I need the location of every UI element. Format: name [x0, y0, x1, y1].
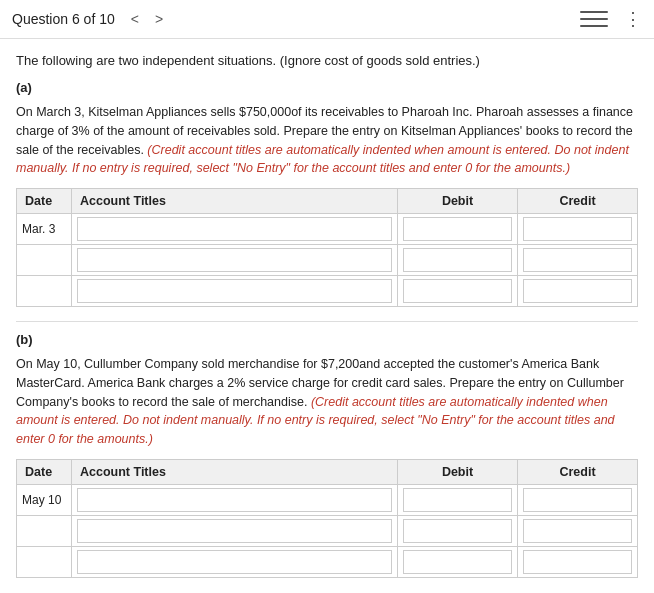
- account-input-b3[interactable]: [77, 550, 392, 574]
- table-row: Mar. 3: [17, 214, 638, 245]
- account-cell-b1[interactable]: [72, 484, 398, 515]
- col-header-date-a: Date: [17, 189, 72, 214]
- section-divider: [16, 321, 638, 322]
- part-a-label: (a): [16, 80, 638, 95]
- credit-cell-a3[interactable]: [518, 276, 638, 307]
- account-input-a3[interactable]: [77, 279, 392, 303]
- table-row: [17, 245, 638, 276]
- account-input-b2[interactable]: [77, 519, 392, 543]
- credit-input-b2[interactable]: [523, 519, 632, 543]
- debit-cell-b1[interactable]: [398, 484, 518, 515]
- table-row: [17, 276, 638, 307]
- debit-cell-b3[interactable]: [398, 546, 518, 577]
- col-header-account-b: Account Titles: [72, 459, 398, 484]
- part-b-label: (b): [16, 332, 638, 347]
- account-cell-a1[interactable]: [72, 214, 398, 245]
- credit-cell-a2[interactable]: [518, 245, 638, 276]
- col-header-credit-b: Credit: [518, 459, 638, 484]
- debit-cell-b2[interactable]: [398, 515, 518, 546]
- col-header-date-b: Date: [17, 459, 72, 484]
- credit-input-b1[interactable]: [523, 488, 632, 512]
- intro-text: The following are two independent situat…: [16, 53, 638, 68]
- main-content: The following are two independent situat…: [0, 39, 654, 593]
- part-a-description: On March 3, Kitselman Appliances sells $…: [16, 103, 638, 178]
- date-cell-a2: [17, 245, 72, 276]
- account-cell-a3[interactable]: [72, 276, 398, 307]
- account-cell-b3[interactable]: [72, 546, 398, 577]
- account-input-a1[interactable]: [77, 217, 392, 241]
- question-label: Question 6 of 10: [12, 11, 115, 27]
- date-cell-b1: May 10: [17, 484, 72, 515]
- credit-input-a3[interactable]: [523, 279, 632, 303]
- credit-input-b3[interactable]: [523, 550, 632, 574]
- account-input-a2[interactable]: [77, 248, 392, 272]
- debit-input-b2[interactable]: [403, 519, 512, 543]
- debit-cell-a3[interactable]: [398, 276, 518, 307]
- credit-cell-a1[interactable]: [518, 214, 638, 245]
- debit-input-b3[interactable]: [403, 550, 512, 574]
- top-bar: Question 6 of 10 < > ⋮: [0, 0, 654, 39]
- debit-cell-a2[interactable]: [398, 245, 518, 276]
- date-cell-b2: [17, 515, 72, 546]
- credit-input-a1[interactable]: [523, 217, 632, 241]
- list-icon[interactable]: [580, 9, 608, 29]
- credit-cell-b1[interactable]: [518, 484, 638, 515]
- part-b-description: On May 10, Cullumber Company sold mercha…: [16, 355, 638, 449]
- credit-input-a2[interactable]: [523, 248, 632, 272]
- account-cell-b2[interactable]: [72, 515, 398, 546]
- col-header-account-a: Account Titles: [72, 189, 398, 214]
- table-row: [17, 546, 638, 577]
- account-input-b1[interactable]: [77, 488, 392, 512]
- col-header-debit-a: Debit: [398, 189, 518, 214]
- credit-cell-b2[interactable]: [518, 515, 638, 546]
- debit-cell-a1[interactable]: [398, 214, 518, 245]
- part-b-table: Date Account Titles Debit Credit May 10: [16, 459, 638, 578]
- debit-input-a2[interactable]: [403, 248, 512, 272]
- account-cell-a2[interactable]: [72, 245, 398, 276]
- prev-button[interactable]: <: [127, 9, 143, 29]
- date-cell-a3: [17, 276, 72, 307]
- col-header-debit-b: Debit: [398, 459, 518, 484]
- debit-input-a3[interactable]: [403, 279, 512, 303]
- table-row: [17, 515, 638, 546]
- more-options-icon[interactable]: ⋮: [624, 8, 642, 30]
- date-cell-b3: [17, 546, 72, 577]
- part-a-table: Date Account Titles Debit Credit Mar. 3: [16, 188, 638, 307]
- next-button[interactable]: >: [151, 9, 167, 29]
- table-row: May 10: [17, 484, 638, 515]
- date-cell-a1: Mar. 3: [17, 214, 72, 245]
- debit-input-b1[interactable]: [403, 488, 512, 512]
- col-header-credit-a: Credit: [518, 189, 638, 214]
- credit-cell-b3[interactable]: [518, 546, 638, 577]
- debit-input-a1[interactable]: [403, 217, 512, 241]
